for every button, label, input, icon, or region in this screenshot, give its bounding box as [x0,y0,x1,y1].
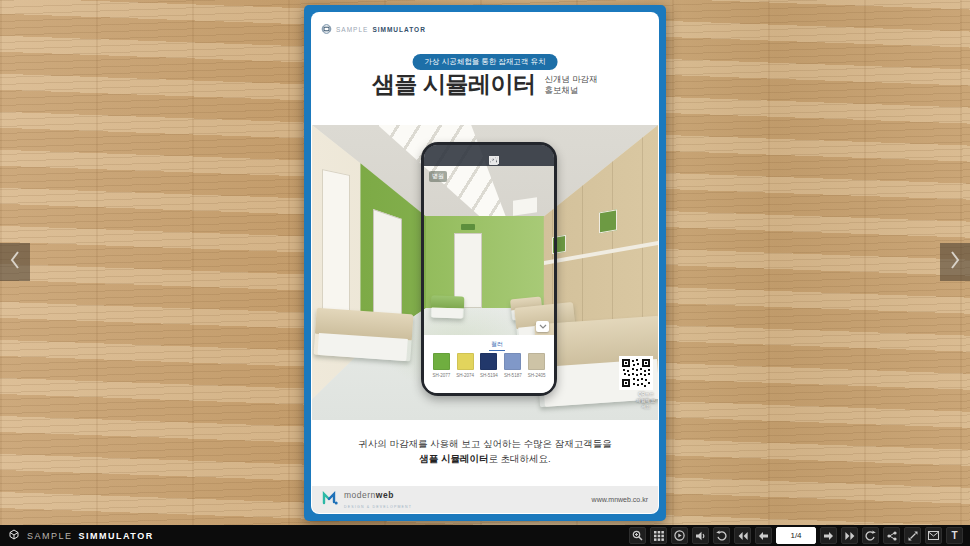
hero-room-render: 병원 컬러 SH-2077 [312,125,658,420]
scene-label: 병원 [429,171,447,182]
subtitle-line1: 신개념 마감재 [545,74,598,84]
invite-line1: 귀사의 마감재를 사용해 보고 싶어하는 수많은 잠재고객들을 [358,438,611,449]
qr-caption: QR코드 스캔하고 체험해 보세요 [616,392,656,398]
modernweb-logo: modernweb DESIGN & DEVELOPMENT [322,489,412,511]
brochure-brand-word1: SAMPLE [336,26,368,33]
color-swatch: SH-5187 [504,353,522,378]
undo-button[interactable] [713,527,730,544]
swatch-code: SH-5187 [504,373,522,378]
swatch-color [457,353,474,370]
arrow-left-icon [758,531,769,541]
color-swatch: SH-2074 [456,353,474,378]
swatch-color [433,353,450,370]
speaker-icon [696,531,706,541]
arrow-right-icon [823,531,834,541]
double-arrow-right-icon [845,531,855,541]
double-arrow-left-icon [738,531,748,541]
last-page-button[interactable] [841,527,858,544]
brochure-inner: SAMPLE SIMMULATOR 가상 시공체험을 통한 잠재고객 유치 샘플… [311,12,659,514]
swatch-row: SH-2077 SH-2074 SH-5194 [424,353,554,378]
envelope-icon [928,531,939,540]
share-button[interactable] [883,527,900,544]
subtitle-line2: 홍보채널 [545,85,579,95]
cube-logo-icon [321,20,332,38]
resize-diagonal-icon [908,531,918,541]
chevron-right-icon [949,250,961,274]
brochure-footer: modernweb DESIGN & DEVELOPMENT www.mnweb… [312,486,658,513]
swatch-code: SH-2074 [456,373,474,378]
viewer-stage: SAMPLE SIMMULATOR 가상 시공체험을 통한 잠재고객 유치 샘플… [0,0,970,546]
flipbook-page[interactable]: SAMPLE SIMMULATOR 가상 시공체험을 통한 잠재고객 유치 샘플… [304,5,666,521]
autoplay-button[interactable] [671,527,688,544]
page-title: 샘플 시뮬레이터 [372,69,535,100]
swatch-code: SH-5194 [480,373,498,378]
cube-logo-icon [7,527,21,545]
brochure-header-logo: SAMPLE SIMMULATOR [321,20,426,38]
tagline-pill: 가상 시공체험을 통한 잠재고객 유치 [413,54,558,70]
prev-page-button[interactable] [755,527,772,544]
color-swatch: SH-2077 [433,353,451,378]
viewer-brand-word2: SIMMULATOR [79,531,154,541]
magnifier-icon [632,530,643,541]
logo-tagline: DESIGN & DEVELOPMENT [344,505,412,509]
play-circle-icon [674,530,685,541]
swatch-color [480,353,497,370]
redo-icon [865,530,876,541]
page-subtitle: 신개념 마감재 홍보채널 [545,74,598,96]
viewer-brand: SAMPLE SIMMULATOR [7,527,154,545]
grid-icon [654,531,664,541]
hospital-bed [314,308,414,362]
qr-block: QR코드 스캔하고 체험해 보세요 [616,356,656,398]
zoom-in-button[interactable] [629,527,646,544]
first-page-button[interactable] [734,527,751,544]
logo-word-web: web [376,490,394,500]
title-row: 샘플 시뮬레이터 신개념 마감재 홍보채널 [311,69,659,100]
sound-button[interactable] [692,527,709,544]
viewer-toolbar: T [629,527,963,544]
fullscreen-button[interactable] [904,527,921,544]
redo-button[interactable] [862,527,879,544]
collapse-panel-button [536,321,549,332]
color-swatch: SH-5194 [480,353,498,378]
brochure-brand-word2: SIMMULATOR [372,26,425,33]
invite-bold: 샘플 시뮬레이터 [419,453,488,464]
undo-icon [716,530,727,541]
invite-tail: 로 초대하세요. [488,453,550,464]
swatch-code: SH-2405 [528,373,546,378]
page-indicator-input[interactable] [776,527,816,544]
modernweb-m-icon [322,490,339,509]
material-panel: 컬러 SH-2077 SH-2074 [424,335,554,393]
phone-top-bar [424,145,554,166]
viewer-bottom-bar: SAMPLE SIMMULATOR T [0,525,970,546]
prev-page-nav-button[interactable] [0,243,30,281]
logo-word-modern: modern [344,490,376,500]
color-swatch: SH-2405 [528,353,546,378]
swatch-code: SH-2077 [433,373,451,378]
right-wall-sign [599,209,617,233]
next-page-button[interactable] [820,527,837,544]
invitation-text: 귀사의 마감재를 사용해 보고 싶어하는 수많은 잠재고객들을 샘플 시뮬레이터… [311,436,659,466]
footer-url: www.mnweb.co.kr [592,496,648,503]
share-icon [887,531,897,541]
qr-code [619,356,653,390]
viewer-brand-word1: SAMPLE [27,531,73,541]
thumbnails-button[interactable] [650,527,667,544]
swatch-color [504,353,521,370]
text-tool-button[interactable]: T [946,527,963,544]
email-button[interactable] [925,527,942,544]
swatch-color [528,353,545,370]
next-page-nav-button[interactable] [940,243,970,281]
text-tool-icon: T [951,531,957,541]
chevron-left-icon [9,250,21,274]
phone-mockup: 병원 컬러 SH-2077 [421,142,557,396]
